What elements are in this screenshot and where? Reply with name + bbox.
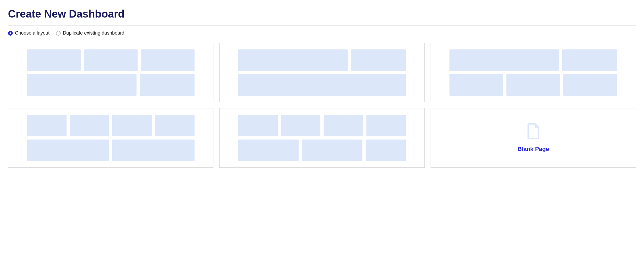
layout-option-1[interactable] <box>8 43 213 102</box>
radio-choose-layout[interactable]: Choose a layout <box>8 30 49 36</box>
radio-icon <box>8 31 13 36</box>
layout-grid: Blank Page <box>8 43 636 168</box>
layout-preview <box>238 115 406 161</box>
layout-option-2[interactable] <box>219 43 425 102</box>
mode-radio-group: Choose a layout Duplicate existing dashb… <box>8 30 636 36</box>
layout-option-5[interactable] <box>219 108 425 168</box>
layout-option-3[interactable] <box>431 43 636 102</box>
layout-preview <box>27 115 195 161</box>
layout-preview <box>27 49 195 96</box>
layout-preview <box>238 49 406 96</box>
radio-label: Choose a layout <box>15 30 49 36</box>
page-title: Create New Dashboard <box>8 8 636 20</box>
radio-label: Duplicate existing dashboard <box>63 30 124 36</box>
radio-duplicate-dashboard[interactable]: Duplicate existing dashboard <box>56 30 124 36</box>
layout-option-blank[interactable]: Blank Page <box>431 108 636 168</box>
layout-preview <box>449 49 617 96</box>
layout-option-4[interactable] <box>8 108 213 168</box>
blank-page-label: Blank Page <box>518 146 549 153</box>
file-icon <box>527 123 540 139</box>
divider <box>8 25 636 26</box>
radio-icon <box>56 31 61 36</box>
